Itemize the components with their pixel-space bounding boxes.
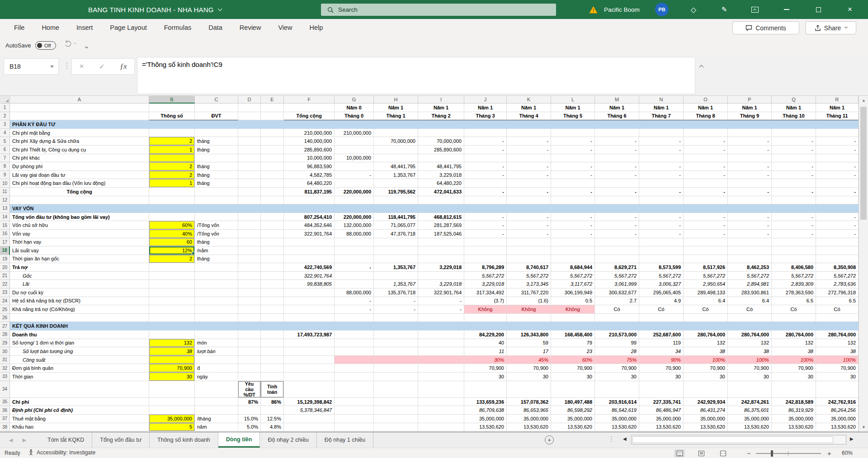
cell-P29[interactable]: 132 [728,339,772,348]
cell-L24[interactable]: 0.5 [551,297,595,306]
cell-O17[interactable] [684,238,728,247]
cell-P8[interactable]: - [728,162,772,171]
cell-H38[interactable] [374,423,418,432]
cell-P11[interactable]: - [728,188,772,196]
cell-F35[interactable]: 15,129,398,842 [284,398,335,406]
cell-O22[interactable]: 2,950,654 [684,280,728,288]
col-header-F[interactable]: F [284,96,335,104]
cell-Q14[interactable]: - [772,213,816,222]
cell-C35[interactable] [195,398,238,406]
cell-K14[interactable]: - [507,213,551,222]
cell-Q28[interactable]: 280,764,000 [772,331,816,339]
cell-R12[interactable] [816,196,859,205]
cell-G17[interactable] [335,238,374,247]
cell-E1[interactable] [261,104,284,112]
cell-G18[interactable] [335,246,374,255]
cell-B29[interactable]: 132 [149,339,195,348]
cell-J11[interactable]: - [464,188,507,196]
name-box-dropdown-icon[interactable] [50,66,54,68]
row-header-7[interactable]: 7 [0,154,10,163]
cell-Q31[interactable]: 100% [772,356,816,364]
cell-L23[interactable]: 306,199,949 [551,288,595,297]
cell-R2[interactable]: Tháng 11 [816,112,859,121]
cell-G2[interactable]: Tháng 0 [335,112,374,121]
cell-G9[interactable]: - [335,171,374,179]
cell-E20[interactable] [261,263,284,272]
cell-E34[interactable]: Tính toán [261,381,284,398]
autosave-toggle[interactable]: Off [35,41,56,50]
cell-G19[interactable] [335,255,374,264]
cell-Q29[interactable]: 132 [772,339,816,348]
cell-J25[interactable]: Không [464,305,507,314]
cell-M14[interactable]: - [595,213,639,222]
cell-G24[interactable]: - [335,297,374,306]
row-header-35[interactable]: 35 [0,398,10,406]
cell-B37[interactable]: 35,000,000 [149,415,195,423]
cell-G20[interactable]: - [335,263,374,272]
workbook-title-wrap[interactable]: BANG TINH KINH DOANH - NHA HANG [88,0,222,19]
cell-M18[interactable] [595,246,639,255]
cell-A35[interactable]: Chi phí [10,398,149,406]
row-header-23[interactable]: 23 [0,288,10,297]
cell-M4[interactable] [595,129,639,137]
cell-O18[interactable] [684,246,728,255]
cell-M25[interactable]: Có [595,305,639,314]
cancel-entry-icon[interactable]: × [80,62,84,71]
cell-N37[interactable]: 35,000,000 [639,415,684,423]
menu-tab-page-layout[interactable]: Page Layout [101,19,155,36]
cell-L28[interactable]: 168,458,400 [551,331,595,339]
cell-M21[interactable]: 5,567,272 [595,272,639,280]
cell-I31[interactable] [418,356,464,364]
cell-C7[interactable] [195,154,238,163]
cell-E10[interactable] [261,179,284,188]
cell-B10[interactable]: 1 [149,179,195,188]
formula-input[interactable]: ='Thông số kinh doanh'!C9 [137,57,695,94]
cell-R36[interactable]: 86,264,256 [816,406,859,415]
cell-K21[interactable]: 5,567,272 [507,272,551,280]
cell-M16[interactable]: - [595,230,639,238]
cell-O1[interactable]: Năm 1 [684,104,728,112]
cell-Q7[interactable] [772,154,816,163]
row-header-28[interactable]: 28 [0,331,10,339]
cell-A34[interactable] [10,381,149,398]
cell-L16[interactable]: - [551,230,595,238]
undo-button[interactable] [64,40,76,47]
cell-R30[interactable]: 38 [816,347,859,356]
cell-D18[interactable] [238,246,261,255]
cell-I20[interactable]: 3,229,018 [418,263,464,272]
cell-L25[interactable]: Không [551,305,595,314]
row-header-34[interactable]: 34 [0,381,10,398]
cell-F11[interactable]: 811,837,195 [284,188,335,196]
cell-R16[interactable]: - [816,230,859,238]
cell-M33[interactable]: 30 [595,373,639,381]
cell-B19[interactable]: 2 [149,255,195,264]
cell-H36[interactable] [374,406,418,415]
cell-M22[interactable]: 3,061,999 [595,280,639,288]
cell-Q25[interactable]: Có [772,305,816,314]
cell-M35[interactable]: 203,916,614 [595,398,639,406]
cell-F37[interactable] [284,415,335,423]
tab-scroll-left-icon[interactable]: ◀ [5,432,17,448]
cell-N24[interactable]: 4.9 [639,297,684,306]
cell-K7[interactable] [507,154,551,163]
cell-C25[interactable] [195,305,238,314]
cell-M36[interactable]: 86,542,619 [595,406,639,415]
col-header-J[interactable]: J [464,96,507,104]
cell-F10[interactable]: 64,480,220 [284,179,335,188]
cell-B38[interactable]: 5 [149,423,195,432]
cell-E6[interactable] [261,146,284,154]
cell-G33[interactable] [335,373,374,381]
row-header-4[interactable]: 4 [0,129,10,137]
cell-L22[interactable]: 3,117,672 [551,280,595,288]
row-header-6[interactable]: 6 [0,146,10,154]
cell-O26[interactable] [684,314,728,322]
cell-P17[interactable] [728,238,772,247]
cell-L31[interactable]: 60% [551,356,595,364]
cell-C18[interactable]: /năm [195,246,238,255]
vertical-scrollbar[interactable]: ▲ ▼ [859,96,868,432]
cell-A9[interactable]: Lãi vay giai đoạn đầu tư [10,171,149,179]
cell-I4[interactable] [418,129,464,137]
cell-A22[interactable]: Lãi [10,280,149,288]
cell-E17[interactable] [261,238,284,247]
cell-A11[interactable]: Tổng cộng [10,188,149,196]
